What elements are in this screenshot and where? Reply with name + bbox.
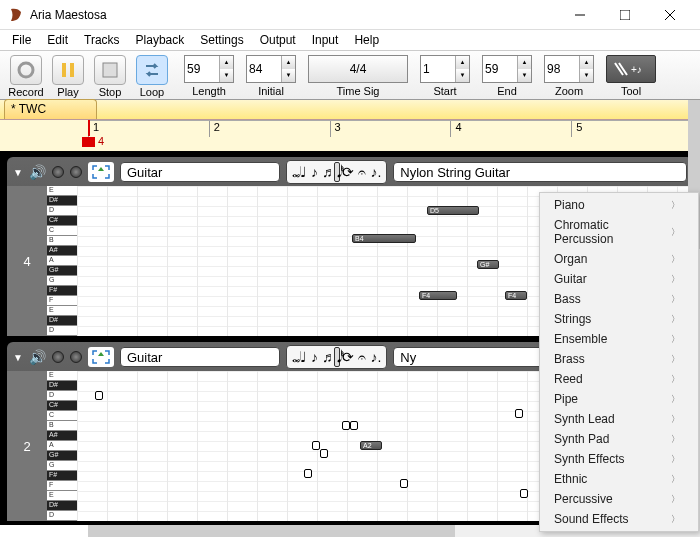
midi-note[interactable]: D5 bbox=[427, 206, 479, 215]
svg-rect-5 bbox=[62, 63, 66, 77]
marker-label: 4 bbox=[98, 135, 104, 147]
menu-item[interactable]: Synth Lead〉 bbox=[540, 409, 698, 429]
menu-bar: File Edit Tracks Playback Settings Outpu… bbox=[0, 30, 700, 50]
length-group: ▲▼ Length bbox=[184, 55, 234, 97]
menu-edit[interactable]: Edit bbox=[39, 31, 76, 49]
submenu-arrow-icon: 〉 bbox=[671, 226, 680, 239]
piano-keys[interactable]: ED#DC#CBA#AG#GF#FED#D bbox=[47, 186, 77, 336]
menu-playback[interactable]: Playback bbox=[128, 31, 193, 49]
menu-item[interactable]: Guitar〉 bbox=[540, 269, 698, 289]
timesig-group: 4/4 Time Sig bbox=[308, 55, 408, 97]
menu-item[interactable]: Percussive〉 bbox=[540, 489, 698, 509]
mute-dot[interactable] bbox=[52, 166, 64, 178]
menu-item[interactable]: Synth Pad〉 bbox=[540, 429, 698, 449]
midi-note[interactable] bbox=[515, 409, 523, 418]
submenu-arrow-icon: 〉 bbox=[671, 293, 680, 306]
menu-output[interactable]: Output bbox=[252, 31, 304, 49]
maximize-track-icon[interactable] bbox=[88, 347, 114, 367]
end-input[interactable]: ▲▼ bbox=[482, 55, 532, 83]
midi-note[interactable] bbox=[320, 449, 328, 458]
minimize-button[interactable] bbox=[557, 0, 602, 29]
menu-item[interactable]: Brass〉 bbox=[540, 349, 698, 369]
svg-rect-6 bbox=[70, 63, 74, 77]
midi-note[interactable] bbox=[520, 489, 528, 498]
midi-note[interactable]: A2 bbox=[360, 441, 382, 450]
record-button[interactable]: Record bbox=[6, 55, 46, 98]
maximize-track-icon[interactable] bbox=[88, 162, 114, 182]
menu-item[interactable]: Bass〉 bbox=[540, 289, 698, 309]
submenu-arrow-icon: 〉 bbox=[671, 513, 680, 526]
instrument-name[interactable]: Nylon String Guitar bbox=[393, 162, 687, 182]
submenu-arrow-icon: 〉 bbox=[671, 273, 680, 286]
measure-mark: 2 bbox=[209, 121, 330, 137]
instrument-context-menu: Piano〉Chromatic Percussion〉Organ〉Guitar〉… bbox=[539, 192, 699, 532]
svg-rect-1 bbox=[620, 10, 630, 20]
stop-button[interactable]: Stop bbox=[90, 55, 130, 98]
track-number: 2 bbox=[7, 371, 47, 521]
playhead[interactable] bbox=[88, 120, 90, 136]
midi-note[interactable] bbox=[400, 479, 408, 488]
submenu-arrow-icon: 〉 bbox=[671, 373, 680, 386]
measure-mark: 4 bbox=[450, 121, 571, 137]
midi-note[interactable] bbox=[312, 441, 320, 450]
menu-settings[interactable]: Settings bbox=[192, 31, 251, 49]
maximize-button[interactable] bbox=[602, 0, 647, 29]
menu-file[interactable]: File bbox=[4, 31, 39, 49]
tool-group: +♪ Tool bbox=[606, 55, 656, 97]
midi-note[interactable]: G# bbox=[477, 260, 499, 269]
zoom-group: ▲▼ Zoom bbox=[544, 55, 594, 97]
menu-item[interactable]: Sound Effects〉 bbox=[540, 509, 698, 529]
track-name-input[interactable]: Guitar bbox=[120, 162, 280, 182]
midi-note[interactable]: B4 bbox=[352, 234, 416, 243]
midi-note[interactable] bbox=[304, 469, 312, 478]
solo-dot[interactable] bbox=[70, 166, 82, 178]
midi-note[interactable] bbox=[95, 391, 103, 400]
mute-dot[interactable] bbox=[52, 351, 64, 363]
length-input[interactable]: ▲▼ bbox=[184, 55, 234, 83]
initial-input[interactable]: ▲▼ bbox=[246, 55, 296, 83]
piano-keys[interactable]: ED#DC#CBA#AG#GF#FED#D bbox=[47, 371, 77, 521]
menu-item[interactable]: Organ〉 bbox=[540, 249, 698, 269]
title-bar: Aria Maestosa bbox=[0, 0, 700, 30]
menu-item[interactable]: Synth Effects〉 bbox=[540, 449, 698, 469]
tool-button[interactable]: +♪ bbox=[606, 55, 656, 83]
midi-note[interactable]: F4 bbox=[505, 291, 527, 300]
svg-rect-7 bbox=[103, 63, 117, 77]
document-tab[interactable]: * TWC bbox=[4, 99, 97, 119]
speaker-icon[interactable]: 🔊 bbox=[29, 349, 46, 365]
timeline-ruler[interactable]: 1 2 3 4 5 4 bbox=[0, 120, 700, 152]
timesig-button[interactable]: 4/4 bbox=[308, 55, 408, 83]
play-button[interactable]: Play bbox=[48, 55, 88, 98]
menu-item[interactable]: Strings〉 bbox=[540, 309, 698, 329]
menu-item[interactable]: Pipe〉 bbox=[540, 389, 698, 409]
menu-item[interactable]: Chromatic Percussion〉 bbox=[540, 215, 698, 249]
menu-item[interactable]: Ensemble〉 bbox=[540, 329, 698, 349]
submenu-arrow-icon: 〉 bbox=[671, 473, 680, 486]
collapse-icon[interactable]: ▼ bbox=[13, 352, 23, 363]
close-button[interactable] bbox=[647, 0, 692, 29]
loop-button[interactable]: Loop bbox=[132, 55, 172, 98]
menu-tracks[interactable]: Tracks bbox=[76, 31, 128, 49]
menu-input[interactable]: Input bbox=[304, 31, 347, 49]
menu-item[interactable]: Reed〉 bbox=[540, 369, 698, 389]
svg-text:+♪: +♪ bbox=[631, 64, 642, 75]
start-input[interactable]: ▲▼ bbox=[420, 55, 470, 83]
midi-note[interactable]: F4 bbox=[419, 291, 457, 300]
track-name-input[interactable]: Guitar bbox=[120, 347, 280, 367]
menu-help[interactable]: Help bbox=[346, 31, 387, 49]
loop-marker[interactable] bbox=[82, 137, 95, 147]
measure-mark: 3 bbox=[330, 121, 451, 137]
solo-dot[interactable] bbox=[70, 351, 82, 363]
submenu-arrow-icon: 〉 bbox=[671, 413, 680, 426]
note-value-picker[interactable]: 𝅝𝅗𝅥♩♪♬𝅘𝅥𝅰⟳𝄐♪. bbox=[286, 160, 387, 184]
midi-note[interactable] bbox=[342, 421, 350, 430]
menu-item[interactable]: Ethnic〉 bbox=[540, 469, 698, 489]
zoom-input[interactable]: ▲▼ bbox=[544, 55, 594, 83]
menu-item[interactable]: Piano〉 bbox=[540, 195, 698, 215]
note-value-picker[interactable]: 𝅝𝅗𝅥♩♪♬𝅘𝅥𝅰⟳𝄐♪. bbox=[286, 345, 387, 369]
submenu-arrow-icon: 〉 bbox=[671, 453, 680, 466]
collapse-icon[interactable]: ▼ bbox=[13, 167, 23, 178]
app-icon bbox=[8, 7, 24, 23]
speaker-icon[interactable]: 🔊 bbox=[29, 164, 46, 180]
midi-note[interactable] bbox=[350, 421, 358, 430]
